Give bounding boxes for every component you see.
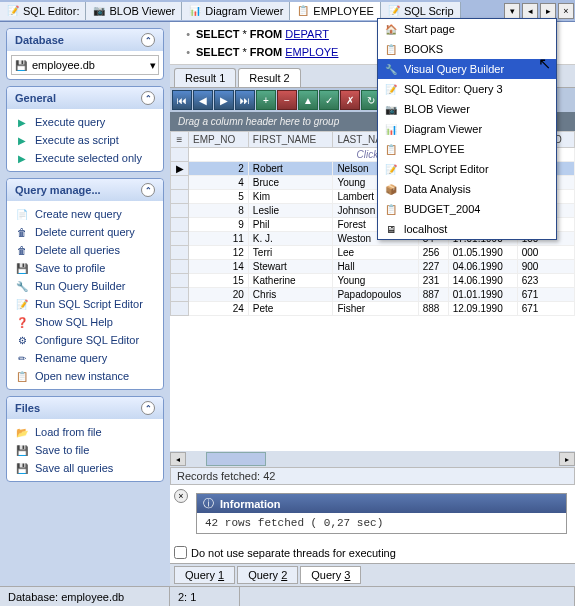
collapse-icon[interactable]: ⌃: [141, 183, 155, 197]
item-icon: 📂: [15, 425, 29, 439]
popup-item-label: Diagram Viewer: [404, 123, 482, 135]
query-tab-1[interactable]: Query 1: [174, 566, 235, 584]
popup-item[interactable]: 🔧Visual Query Builder: [378, 59, 556, 79]
popup-item-icon: 🏠: [384, 22, 398, 36]
sidebar-item[interactable]: ⚙Configure SQL Editor: [11, 331, 159, 349]
sidebar-item[interactable]: 🗑Delete current query: [11, 223, 159, 241]
collapse-icon[interactable]: ⌃: [141, 91, 155, 105]
row-marker: [171, 288, 189, 302]
info-title: Information: [220, 498, 281, 510]
document-tab[interactable]: 📝SQL Scrip: [381, 2, 461, 20]
item-icon: ❓: [15, 315, 29, 329]
tab-next-button[interactable]: ▸: [540, 3, 556, 19]
sidebar-item[interactable]: ▶Execute as script: [11, 131, 159, 149]
collapse-icon[interactable]: ⌃: [141, 401, 155, 415]
item-label: Load from file: [35, 426, 102, 438]
tab-label: BLOB Viewer: [109, 5, 175, 17]
threads-checkbox-row[interactable]: Do not use separate threads for executin…: [170, 542, 575, 563]
last-button[interactable]: ⏭: [235, 90, 255, 110]
sidebar-item[interactable]: ▶Execute query: [11, 113, 159, 131]
document-tab[interactable]: 📝SQL Editor:: [0, 2, 86, 20]
item-label: Run Query Builder: [35, 280, 126, 292]
sidebar-item[interactable]: 🗑Delete all queries: [11, 241, 159, 259]
table-row[interactable]: 24PeteFisher88812.09.1990671: [171, 302, 575, 316]
popup-item[interactable]: 📋BOOKS: [378, 39, 556, 59]
row-marker: [171, 246, 189, 260]
popup-item-icon: 📝: [384, 162, 398, 176]
column-header[interactable]: FIRST_NAME: [248, 132, 333, 148]
item-label: Save to profile: [35, 262, 105, 274]
info-message: 42 rows fetched ( 0,27 sec): [197, 513, 566, 533]
collapse-icon[interactable]: ⌃: [141, 33, 155, 47]
row-marker-col: ≡: [171, 132, 189, 148]
post-button[interactable]: ✓: [319, 90, 339, 110]
table-row[interactable]: 14StewartHall22704.06.1990900: [171, 260, 575, 274]
popup-item-icon: 📋: [384, 142, 398, 156]
next-button[interactable]: ▶: [214, 90, 234, 110]
add-button[interactable]: +: [256, 90, 276, 110]
database-select[interactable]: 💾 employee.db ▾: [11, 55, 159, 75]
popup-item[interactable]: 🖥localhost: [378, 219, 556, 239]
popup-item[interactable]: 📋EMPLOYEE: [378, 139, 556, 159]
item-icon: ▶: [15, 151, 29, 165]
popup-item[interactable]: 📝SQL Editor: Query 3: [378, 79, 556, 99]
row-marker: [171, 232, 189, 246]
tab-close-button[interactable]: ×: [558, 3, 574, 19]
query-tab-2[interactable]: Query 2: [237, 566, 298, 584]
row-marker: [171, 302, 189, 316]
item-label: Save all queries: [35, 462, 113, 474]
horizontal-scrollbar[interactable]: ◂ ▸: [170, 451, 575, 467]
table-row[interactable]: 20ChrisPapadopoulos88701.01.1990671: [171, 288, 575, 302]
tab-icon: 📊: [188, 4, 202, 18]
document-tab[interactable]: 📋EMPLOYEE: [290, 2, 381, 20]
tab-label: Diagram Viewer: [205, 5, 283, 17]
result-tab-1[interactable]: Result 1: [174, 68, 236, 87]
row-marker: [171, 274, 189, 288]
popup-item[interactable]: 📷BLOB Viewer: [378, 99, 556, 119]
sidebar-item[interactable]: ▶Execute selected only: [11, 149, 159, 167]
item-icon: 💾: [15, 443, 29, 457]
popup-item[interactable]: 📊Diagram Viewer: [378, 119, 556, 139]
table-row[interactable]: 15KatherineYoung23114.06.1990623: [171, 274, 575, 288]
sidebar-item[interactable]: 💾Save all queries: [11, 459, 159, 477]
column-header[interactable]: EMP_NO: [189, 132, 249, 148]
document-tab[interactable]: 📊Diagram Viewer: [182, 2, 290, 20]
row-marker: [171, 204, 189, 218]
tab-label: SQL Editor:: [23, 5, 79, 17]
popup-item[interactable]: 📝SQL Script Editor: [378, 159, 556, 179]
popup-item-label: BUDGET_2004: [404, 203, 480, 215]
popup-item[interactable]: 📋BUDGET_2004: [378, 199, 556, 219]
sidebar-item[interactable]: 📄Create new query: [11, 205, 159, 223]
sidebar-item[interactable]: 🔧Run Query Builder: [11, 277, 159, 295]
tab-icon: 📷: [92, 4, 106, 18]
delete-button[interactable]: −: [277, 90, 297, 110]
popup-item-label: Start page: [404, 23, 455, 35]
sidebar-item[interactable]: 💾Save to file: [11, 441, 159, 459]
sidebar-item[interactable]: 💾Save to profile: [11, 259, 159, 277]
popup-item[interactable]: 🏠Start page: [378, 19, 556, 39]
sidebar-item[interactable]: 📋Open new instance: [11, 367, 159, 385]
popup-item-label: Visual Query Builder: [404, 63, 504, 75]
sidebar-item[interactable]: ✏Rename query: [11, 349, 159, 367]
popup-item-label: SQL Script Editor: [404, 163, 489, 175]
document-tab[interactable]: 📷BLOB Viewer: [86, 2, 182, 20]
sidebar-item[interactable]: ❓Show SQL Help: [11, 313, 159, 331]
info-close-button[interactable]: ×: [174, 489, 188, 503]
item-label: Execute as script: [35, 134, 119, 146]
info-icon: ⓘ: [203, 496, 214, 511]
sidebar-item[interactable]: 📂Load from file: [11, 423, 159, 441]
cancel-button[interactable]: ✗: [340, 90, 360, 110]
sidebar-item[interactable]: 📝Run SQL Script Editor: [11, 295, 159, 313]
tab-prev-button[interactable]: ◂: [522, 3, 538, 19]
first-button[interactable]: ⏮: [172, 90, 192, 110]
item-label: Open new instance: [35, 370, 129, 382]
prev-button[interactable]: ◀: [193, 90, 213, 110]
threads-checkbox[interactable]: [174, 546, 187, 559]
query-tab-3[interactable]: Query 3: [300, 566, 361, 584]
item-icon: 🗑: [15, 243, 29, 257]
table-row[interactable]: 12TerriLee25601.05.1990000: [171, 246, 575, 260]
edit-button[interactable]: ▲: [298, 90, 318, 110]
result-tab-2[interactable]: Result 2: [238, 68, 300, 87]
popup-item[interactable]: 📦Data Analysis: [378, 179, 556, 199]
tab-list-button[interactable]: ▾: [504, 3, 520, 19]
